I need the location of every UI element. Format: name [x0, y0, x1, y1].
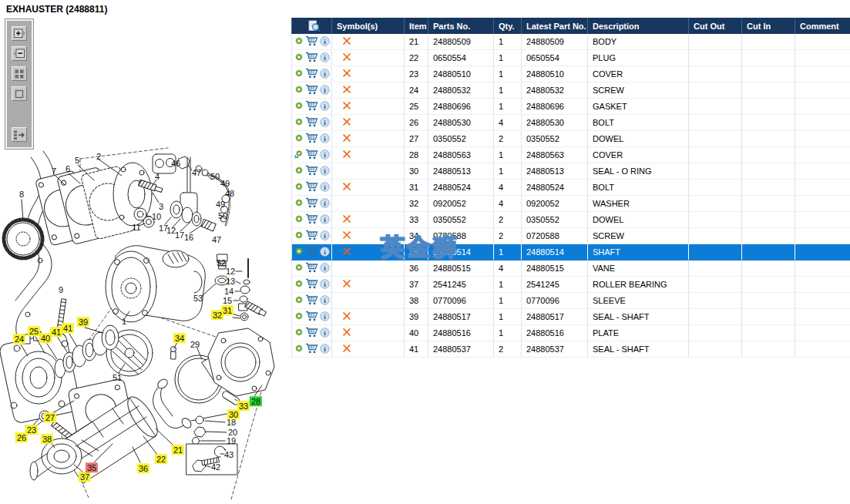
part-info-icon[interactable]: i	[320, 214, 330, 226]
diagram-callout-16[interactable]: 16	[183, 232, 195, 242]
diagram-callout-22[interactable]: 22	[155, 454, 167, 464]
add-to-cart-icon[interactable]	[305, 230, 318, 242]
related-parts-gear-icon[interactable]	[294, 230, 304, 241]
diagram-callout-39[interactable]: 39	[77, 317, 89, 327]
part-info-icon[interactable]: i	[320, 311, 330, 323]
diagram-callout-37[interactable]: 37	[79, 472, 91, 482]
diagram-callout-50[interactable]: 50	[217, 210, 229, 220]
diagram-callout-35[interactable]: 35	[86, 462, 98, 472]
column-header-qty[interactable]: Qty.	[494, 18, 522, 34]
table-row[interactable]: i 34 0720588 2 0720588 SCREW	[292, 228, 850, 244]
add-to-cart-icon[interactable]	[305, 197, 318, 210]
column-header-comment[interactable]: Comment	[795, 18, 850, 34]
diagram-callout-28[interactable]: 28	[250, 396, 262, 406]
table-row[interactable]: i 25 24880696 1 24880696 GASKET	[292, 99, 850, 115]
column-header-preview[interactable]	[292, 18, 332, 34]
part-info-icon[interactable]: i	[320, 279, 330, 291]
diagram-callout-42[interactable]: 42	[210, 462, 222, 472]
related-parts-gear-icon[interactable]	[294, 263, 304, 274]
add-to-cart-icon[interactable]	[305, 278, 318, 291]
add-to-cart-icon[interactable]	[305, 52, 318, 64]
column-header-item[interactable]: Item	[405, 18, 428, 34]
table-row[interactable]: i 23 24880510 1 24880510 COVER	[292, 66, 850, 82]
diagram-callout-13[interactable]: 13	[224, 276, 237, 286]
related-parts-gear-icon[interactable]	[294, 279, 304, 290]
table-row[interactable]: i 39 24880517 1 24880517 SEAL - SHAFT	[292, 309, 850, 325]
table-row[interactable]: i 33 0350552 2 0350552 DOWEL	[292, 212, 850, 228]
diagram-callout-12[interactable]: 12	[224, 266, 237, 276]
part-info-icon[interactable]: i	[320, 150, 330, 161]
diagram-callout-43[interactable]: 43	[223, 449, 235, 459]
diagram-callout-3[interactable]: 3	[157, 201, 165, 211]
table-row[interactable]: i 36 24880515 4 24880515 VANE	[292, 260, 850, 277]
part-info-icon[interactable]: i	[320, 295, 330, 307]
related-parts-gear-icon[interactable]	[294, 214, 304, 225]
diagram-callout-21[interactable]: 21	[172, 445, 184, 455]
diagram-callout-41[interactable]: 41	[50, 327, 62, 337]
related-parts-gear-icon[interactable]	[294, 166, 304, 176]
diagram-callout-49[interactable]: 49	[214, 199, 227, 209]
add-to-cart-icon[interactable]	[305, 116, 318, 129]
part-info-icon[interactable]: i	[320, 247, 330, 258]
related-parts-gear-icon[interactable]	[294, 85, 304, 96]
add-to-cart-icon[interactable]	[305, 213, 318, 226]
diagram-callout-24[interactable]: 24	[13, 334, 25, 344]
related-parts-gear-icon[interactable]	[294, 150, 304, 160]
part-info-icon[interactable]: i	[320, 117, 330, 129]
diagram-callout-10[interactable]: 10	[150, 211, 163, 221]
diagram-callout-1[interactable]: 1	[120, 316, 128, 326]
add-to-cart-icon[interactable]	[305, 327, 318, 339]
table-row[interactable]: i 35 24880514 1 24880514 SHAFT	[292, 244, 850, 260]
part-info-icon[interactable]: i	[320, 198, 330, 210]
diagram-callout-47[interactable]: 47	[210, 234, 223, 244]
add-to-cart-icon[interactable]	[305, 343, 318, 355]
related-parts-gear-icon[interactable]	[294, 52, 304, 63]
add-to-cart-icon[interactable]	[305, 311, 318, 323]
add-to-cart-icon[interactable]	[305, 262, 318, 274]
diagram-callout-9[interactable]: 9	[57, 284, 65, 294]
add-to-cart-icon[interactable]	[305, 246, 318, 258]
add-to-cart-icon[interactable]	[305, 133, 318, 145]
diagram-callout-15[interactable]: 15	[221, 295, 233, 305]
part-info-icon[interactable]: i	[320, 182, 330, 193]
related-parts-gear-icon[interactable]	[294, 69, 304, 79]
diagram-callout-47[interactable]: 47	[190, 167, 203, 177]
related-parts-gear-icon[interactable]	[294, 295, 304, 306]
related-parts-gear-icon[interactable]	[294, 198, 304, 209]
add-to-cart-icon[interactable]	[305, 181, 318, 193]
table-row[interactable]: i 31 24880524 4 24880524 BOLT	[292, 180, 850, 196]
diagram-callout-19[interactable]: 19	[225, 435, 237, 445]
column-header-cut_out[interactable]: Cut Out	[689, 18, 742, 34]
diagram-callout-38[interactable]: 38	[41, 434, 53, 444]
column-header-description[interactable]: Description	[588, 18, 689, 34]
table-row[interactable]: i 21 24880509 1 24880509 BODY	[292, 34, 850, 50]
part-info-icon[interactable]: i	[320, 263, 330, 274]
diagram-callout-36[interactable]: 36	[137, 463, 150, 473]
table-row[interactable]: i 38 0770096 1 0770096 SLEEVE	[292, 293, 850, 309]
diagram-callout-34[interactable]: 34	[173, 333, 186, 343]
diagram-callout-6[interactable]: 6	[64, 163, 72, 173]
related-parts-gear-icon[interactable]	[294, 311, 304, 322]
related-parts-gear-icon[interactable]	[294, 117, 304, 128]
diagram-callout-5[interactable]: 5	[73, 155, 81, 165]
related-parts-gear-icon[interactable]	[294, 133, 304, 144]
related-parts-gear-icon[interactable]	[294, 328, 304, 338]
related-parts-gear-icon[interactable]	[294, 182, 304, 193]
diagram-callout-25[interactable]: 25	[28, 326, 40, 336]
part-info-icon[interactable]: i	[320, 52, 330, 64]
add-to-cart-icon[interactable]	[305, 165, 318, 177]
diagram-callout-26[interactable]: 26	[15, 432, 28, 442]
table-row[interactable]: i 40 24880516 1 24880516 PLATE	[292, 325, 850, 341]
column-header-latest_part_no[interactable]: Latest Part No.	[522, 18, 588, 34]
table-row[interactable]: i 27 0350552 2 0350552 DOWEL	[292, 131, 850, 147]
diagram-callout-7[interactable]: 7	[50, 166, 58, 176]
diagram-callout-46[interactable]: 46	[170, 158, 182, 168]
diagram-callout-4[interactable]: 4	[153, 171, 161, 181]
part-info-icon[interactable]: i	[320, 69, 330, 80]
part-info-icon[interactable]: i	[320, 328, 330, 339]
add-to-cart-icon[interactable]	[305, 68, 318, 80]
column-header-cut_in[interactable]: Cut In	[742, 18, 795, 34]
diagram-callout-41[interactable]: 41	[62, 323, 74, 333]
add-to-cart-icon[interactable]	[305, 294, 318, 307]
diagram-callout-8[interactable]: 8	[18, 189, 25, 199]
